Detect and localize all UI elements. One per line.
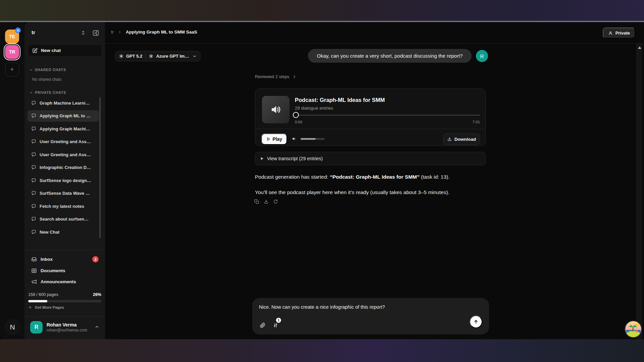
paperclip-icon[interactable] xyxy=(258,321,267,329)
model-primary[interactable]: GPT 5.2 xyxy=(119,54,142,59)
sidebar-chat-item[interactable]: SurfSense Data Wave … xyxy=(28,188,99,199)
sidebar: tr New chat SHARED CHATS No shared chats xyxy=(24,22,105,339)
chevron-down-icon[interactable] xyxy=(192,54,197,59)
top-bar: tr Applying Graph ML to SMM SaaS Private xyxy=(105,22,644,44)
sidebar-chat-item[interactable]: Fetch my latest notes xyxy=(28,200,99,212)
assistant-message-2: You’ll see the podcast player here when … xyxy=(255,188,490,196)
avatar: R xyxy=(30,321,43,334)
copy-icon[interactable] xyxy=(254,199,259,204)
logo-letter: N xyxy=(10,323,15,331)
sidebar-chat-item[interactable]: New Chat xyxy=(28,226,99,238)
bottom-gradient-band xyxy=(0,339,644,362)
chat-bubble-icon xyxy=(31,113,36,118)
model-secondary[interactable]: Azure GPT Im… xyxy=(149,54,189,59)
shared-chats-section-header[interactable]: SHARED CHATS xyxy=(29,68,66,72)
sidebar-chat-item[interactable]: Infographic Creation D… xyxy=(28,162,99,173)
user-message-bubble: Okay, can you create a very short, podca… xyxy=(308,49,472,63)
screen: TE TR + N tr xyxy=(0,0,644,362)
speaker-icon xyxy=(270,104,282,116)
download-button[interactable]: Download xyxy=(443,133,480,145)
chat-bubble-icon xyxy=(31,178,36,183)
sidebar-chat-item[interactable]: SurfSense logo design… xyxy=(28,175,99,186)
scroll-up-arrow-icon[interactable] xyxy=(638,46,641,49)
add-workspace-button[interactable]: + xyxy=(5,62,19,76)
podcast-seek-track[interactable] xyxy=(295,115,480,116)
model-selector[interactable]: GPT 5.2 Azure GPT Im… xyxy=(115,51,201,61)
workspace-avatar-te[interactable]: TE xyxy=(5,29,19,44)
chevron-right-icon xyxy=(292,75,297,79)
sidebar-chat-item[interactable]: Search about surfsen… xyxy=(28,214,99,225)
chevron-down-icon xyxy=(29,91,33,95)
sidebar-chat-item[interactable]: User Greeting and Ass… xyxy=(28,136,99,147)
plus-icon: + xyxy=(10,66,14,73)
main-scrollbar[interactable] xyxy=(636,44,642,339)
collapse-sidebar-icon[interactable] xyxy=(91,29,100,37)
podcast-duration: 7:01 xyxy=(473,120,480,124)
workspace-initials: TR xyxy=(9,49,15,55)
podcast-title: Podcast: Graph-ML Ideas for SMM xyxy=(295,97,385,103)
new-chat-button[interactable]: New chat xyxy=(28,44,102,57)
chat-bubble-icon xyxy=(31,101,36,106)
chat-bubble-icon xyxy=(31,230,36,235)
profile-name: Rohan Verma xyxy=(47,322,87,328)
chat-bubble-icon xyxy=(31,139,36,144)
shared-chats-empty-text: No shared chats xyxy=(32,77,61,82)
user-profile-button[interactable]: R Rohan Verma rohan@surfsense.com xyxy=(28,318,102,336)
chevron-up-icon xyxy=(95,324,99,329)
main-area: tr Applying Graph ML to SMM SaaS Private… xyxy=(105,22,644,339)
sidebar-item-documents[interactable]: Documents xyxy=(28,265,102,276)
product-logo[interactable]: N xyxy=(5,319,20,335)
top-gradient-band xyxy=(0,0,644,22)
workspace-avatar-tr-active[interactable]: TR xyxy=(5,45,19,59)
podcast-seek-thumb[interactable] xyxy=(293,112,299,118)
divider xyxy=(24,250,105,250)
palm-tree-icon xyxy=(625,321,641,337)
download-icon[interactable] xyxy=(264,199,269,204)
pencil-square-icon xyxy=(32,48,38,53)
chat-bubble-icon xyxy=(31,217,36,222)
podcast-times: 0:00 7:01 xyxy=(295,120,480,124)
sidebar-chat-item-active[interactable]: Applying Graph ML to … xyxy=(28,110,99,122)
message-actions xyxy=(254,199,278,204)
private-chats-section-header[interactable]: PRIVATE CHATS xyxy=(29,90,66,95)
podcast-subtitle: 29 dialogue entries xyxy=(295,106,333,111)
composer[interactable]: Nice. Now can you create a nice infograp… xyxy=(252,298,489,335)
palm-island-badge[interactable] xyxy=(625,321,641,337)
inbox-tray-icon xyxy=(31,256,37,262)
volume-fill xyxy=(301,138,316,140)
megaphone-icon xyxy=(31,279,37,285)
openai-knot-icon xyxy=(119,54,124,59)
refresh-icon[interactable] xyxy=(273,199,278,204)
inbox-unread-badge: 3 xyxy=(92,256,99,262)
pages-progress-fill xyxy=(28,300,47,302)
workspace-switcher-icon[interactable] xyxy=(79,29,87,37)
podcast-artwork xyxy=(262,96,289,123)
volume-slider[interactable] xyxy=(301,138,325,140)
sidebar-item-inbox[interactable]: Inbox 3 xyxy=(28,254,102,265)
triangle-right-icon xyxy=(261,157,263,160)
sidebar-chat-item[interactable]: Graph Machine Learni… xyxy=(28,97,99,109)
private-chats-list: Graph Machine Learni… Applying Graph ML … xyxy=(28,97,103,240)
sliders-icon[interactable]: 1 xyxy=(271,321,280,329)
breadcrumb-workspace[interactable]: tr xyxy=(111,29,114,35)
reviewed-steps-toggle[interactable]: Reviewed 2 steps xyxy=(255,74,297,79)
attachment-count-badge: 1 xyxy=(276,318,281,323)
sidebar-scrollbar[interactable] xyxy=(99,97,101,238)
page-usage-panel: 158 / 600 pages 26% Get More Pages xyxy=(28,292,101,309)
play-icon xyxy=(266,137,270,141)
get-more-pages-button[interactable]: Get More Pages xyxy=(28,305,101,309)
chat-bubble-icon xyxy=(31,191,36,196)
user-message-avatar: R xyxy=(476,50,488,62)
volume-icon[interactable] xyxy=(291,136,297,141)
sidebar-item-announcements[interactable]: Announcements xyxy=(28,276,102,287)
sidebar-chat-item[interactable]: Applying Graph Machi… xyxy=(28,123,99,134)
workspace-initials: TE xyxy=(9,34,15,39)
privacy-toggle-button[interactable]: Private xyxy=(603,27,635,39)
divider xyxy=(255,129,485,129)
view-transcript-toggle[interactable]: View transcript (29 entries) xyxy=(255,152,486,165)
sidebar-chat-item[interactable]: User Greeting and Ass… xyxy=(28,149,99,160)
composer-input[interactable]: Nice. Now can you create a nice infograp… xyxy=(259,304,385,310)
send-button[interactable] xyxy=(470,315,482,328)
pages-percent-text: 26% xyxy=(93,292,101,297)
play-button[interactable]: Play xyxy=(261,133,287,145)
